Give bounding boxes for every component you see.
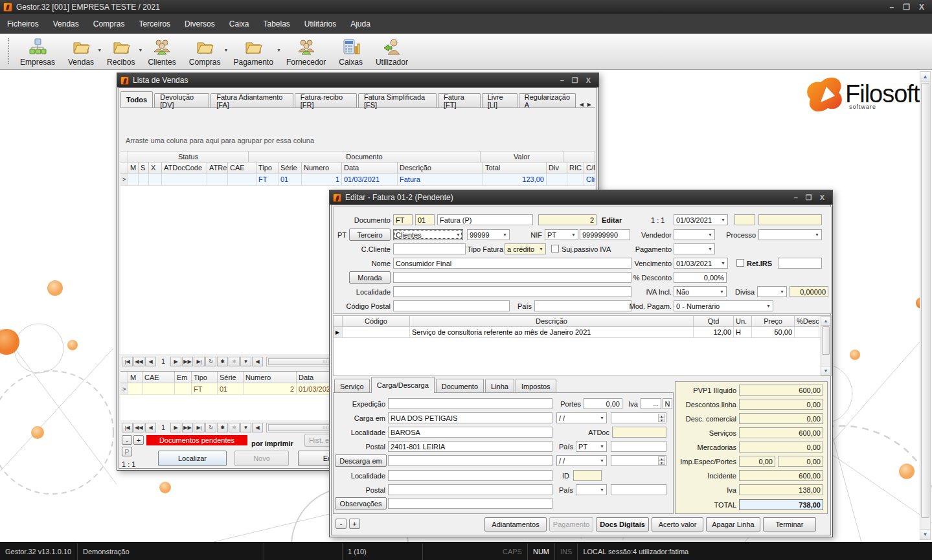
col-atre[interactable]: ATRe [207, 162, 228, 174]
terminar-button[interactable]: Terminar [763, 517, 816, 532]
divisa-valor-field[interactable]: 0,00000 [790, 286, 828, 297]
toolbar-vendas-button[interactable]: ▼ Vendas [62, 34, 100, 68]
apagar-linha-button[interactable]: Apagar Linha [706, 517, 760, 532]
iva-incl-combo[interactable]: Não▼ [674, 286, 727, 297]
tab-devolucao[interactable]: Devolução [DV] [154, 93, 209, 107]
col-un[interactable]: Un. [734, 316, 752, 327]
tab-fatura-recibo[interactable]: Fatura-recibo [FR] [295, 93, 357, 107]
doc-tipo-field[interactable]: FT [393, 214, 413, 225]
tab-fatura-adiantamento[interactable]: Fatura Adiantamento [FA] [210, 93, 293, 107]
scroll-down-icon[interactable]: ▼ [920, 529, 930, 539]
pagamento-button[interactable]: Pagamento [549, 517, 593, 532]
toolbar-clientes-button[interactable]: Clientes [141, 34, 182, 68]
novo-button[interactable]: Novo [234, 451, 289, 466]
doc-numero-field[interactable]: 2 [538, 214, 597, 225]
processo-combo[interactable]: ▼ [758, 229, 822, 240]
carga-localidade-field[interactable]: BAROSA [388, 427, 552, 438]
descarga-hora-spinner[interactable]: ▲ ▼ [611, 455, 666, 466]
linhas-grid-row[interactable]: ▶ Serviço de consultoria referente ao mê… [334, 327, 831, 338]
nav-insert-icon[interactable]: ✱ [217, 357, 228, 366]
tab-fatura[interactable]: Fatura [FT] [438, 93, 481, 107]
nav-next-page-icon[interactable]: ▶▶ [182, 423, 193, 432]
nav-next-icon[interactable]: ▶ [170, 357, 181, 366]
linha-remove-button[interactable]: - [335, 519, 347, 529]
menu-terceiros[interactable]: Terceiros [131, 14, 177, 34]
close-button[interactable]: X [919, 3, 924, 12]
scroll-up-icon[interactable]: ▲ [821, 317, 830, 326]
tab-servico[interactable]: Serviço [334, 379, 370, 393]
col-x[interactable]: X [149, 162, 162, 174]
terceiro-button[interactable]: Terceiro [349, 229, 391, 241]
col-tipo[interactable]: Tipo [256, 162, 278, 174]
col-codigo[interactable]: Código [343, 316, 410, 327]
desconto-field[interactable]: 0,00% [674, 272, 727, 283]
group-by-panel[interactable]: Arraste uma coluna para aqui para agrupa… [120, 129, 595, 151]
doc-extra2-field[interactable] [758, 214, 822, 225]
close-button[interactable]: X [820, 194, 824, 202]
col-numero[interactable]: Numero [244, 372, 297, 383]
nav-prior-icon[interactable]: ◀ [145, 357, 156, 366]
atdoc-field[interactable] [612, 427, 666, 438]
suj-passivo-checkbox[interactable] [551, 245, 559, 252]
close-button[interactable]: X [586, 76, 591, 85]
nav-insert-icon[interactable]: ✱ [217, 423, 228, 432]
nav-refresh-icon[interactable]: ↻ [205, 423, 216, 432]
id-field[interactable] [573, 470, 602, 481]
scrollbar-thumb[interactable] [822, 326, 830, 355]
linhas-grid-scrollbar[interactable]: ▲ ▼ [821, 316, 831, 375]
restore-button[interactable]: ❐ [572, 76, 578, 85]
menu-ajuda[interactable]: Ajuda [343, 14, 378, 34]
nav-collapse-icon[interactable]: ◀ [252, 423, 263, 432]
descarga-pais-combo[interactable]: ▼ [576, 484, 607, 495]
nav-next-page-icon[interactable]: ▶▶ [182, 357, 193, 366]
minimize-button[interactable]: – [890, 3, 894, 12]
ccliente-field[interactable] [393, 243, 466, 254]
col-m[interactable]: M [128, 372, 142, 383]
tab-documento[interactable]: Documento [436, 379, 484, 393]
localizar-button[interactable]: Localizar [158, 451, 227, 466]
morada-field[interactable] [393, 272, 631, 283]
col-s[interactable]: S [139, 162, 149, 174]
col-cae[interactable]: CAE [228, 162, 256, 174]
nav-last-icon[interactable]: ▶| [194, 357, 205, 366]
carga-hora-spinner[interactable]: ▲ ▼ [611, 412, 666, 423]
group-header-valor[interactable]: Valor [481, 151, 563, 162]
acerto-valor-button[interactable]: Acerto valor [652, 517, 703, 532]
menu-caixa[interactable]: Caixa [222, 14, 256, 34]
codigo-postal-field[interactable] [393, 300, 510, 311]
scrollbar-thumb[interactable] [921, 83, 929, 518]
descarga-postal-field[interactable] [388, 484, 552, 495]
col-serie[interactable]: Série [218, 372, 244, 383]
menu-utilitarios[interactable]: Utilitários [297, 14, 343, 34]
tab-livre[interactable]: Livre [LI] [482, 93, 517, 107]
col-serie[interactable]: Série [278, 162, 302, 174]
linha-add-button[interactable]: + [349, 519, 360, 529]
descarga-localidade-field[interactable] [388, 470, 552, 481]
menu-tabelas[interactable]: Tabelas [256, 14, 297, 34]
nav-first-icon[interactable]: |◀ [122, 357, 133, 366]
tab-fatura-simplificada[interactable]: Fatura Simplificada [FS] [358, 93, 437, 107]
divisa-combo[interactable]: ▼ [757, 286, 787, 297]
menu-vendas[interactable]: Vendas [46, 14, 86, 34]
nav-filter-icon[interactable]: ▼ [240, 423, 251, 432]
nav-filter-icon[interactable]: ▼ [240, 357, 251, 366]
carga-pais-combo[interactable]: PT▼ [576, 441, 607, 452]
carga-postal-field[interactable]: 2401-801 LEIRIA [388, 441, 552, 452]
col-total[interactable]: Total [483, 162, 547, 174]
localidade-field[interactable] [393, 286, 631, 297]
expedicao-field[interactable] [388, 398, 552, 409]
morada-button[interactable]: Morada [349, 271, 391, 284]
mdi-vertical-scrollbar[interactable]: ▲ ▼ [920, 71, 931, 540]
nav-edit-icon[interactable]: ✱ [229, 357, 240, 366]
nav-collapse-icon[interactable]: ◀ [252, 357, 263, 366]
menu-diversos[interactable]: Diversos [177, 14, 222, 34]
mod-pagam-combo[interactable]: 0 - Numerário▼ [674, 300, 773, 311]
doc-extra1-field[interactable] [734, 214, 755, 225]
toolbar-empresas-button[interactable]: Empresas [14, 34, 62, 68]
spin-down-icon[interactable]: ▼ [658, 418, 665, 422]
restore-button[interactable]: ❐ [903, 3, 910, 12]
minimize-button[interactable]: – [794, 194, 798, 202]
tab-impostos[interactable]: Impostos [516, 379, 556, 393]
doc-nome-field[interactable]: Fatura (P) [437, 214, 533, 225]
nome-field[interactable]: Consumidor Final [393, 258, 631, 269]
